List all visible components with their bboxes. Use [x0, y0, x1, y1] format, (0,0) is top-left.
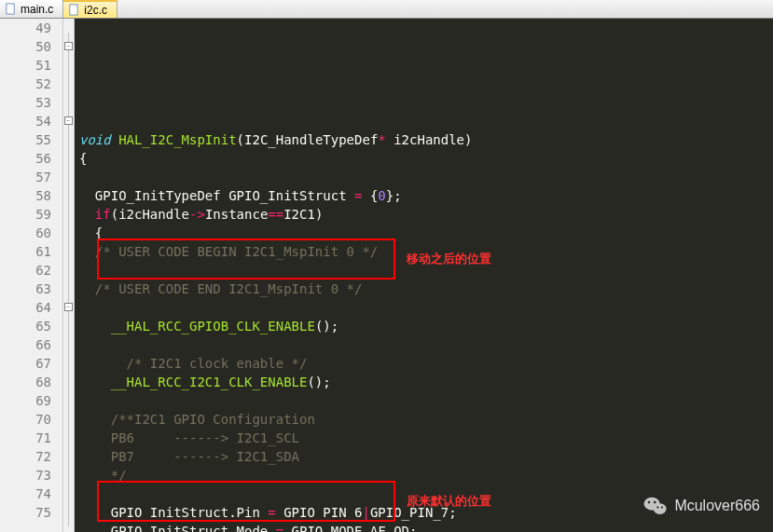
watermark-text: Mculover666 [674, 498, 760, 514]
line-number: 58 [0, 186, 51, 205]
line-number: 61 [0, 242, 51, 261]
svg-point-3 [648, 501, 651, 504]
code-line[interactable] [79, 168, 773, 186]
tab-bar: main.c i2c.c [0, 0, 773, 19]
line-number: 53 [0, 93, 51, 112]
code-line[interactable]: /**I2C1 GPIO Configuration [79, 410, 773, 429]
line-number: 57 [0, 168, 51, 186]
wechat-icon [642, 493, 669, 519]
code-line[interactable]: /* USER CODE END I2C1_MspInit 0 */ [79, 280, 773, 298]
code-line[interactable]: GPIO_InitStruct.Mode = GPIO_MODE_AF_OD; [79, 522, 773, 532]
line-number: 63 [0, 280, 51, 298]
tab-main-c[interactable]: main.c [0, 0, 63, 18]
svg-point-4 [654, 501, 656, 504]
code-editor[interactable]: 4950515253545556575859606162636465666768… [0, 19, 773, 532]
line-number: 54 [0, 112, 51, 130]
line-number: 55 [0, 130, 51, 149]
code-line[interactable]: __HAL_RCC_GPIOB_CLK_ENABLE(); [79, 317, 773, 335]
line-number: 68 [0, 373, 51, 391]
line-number: 69 [0, 391, 51, 410]
code-line[interactable]: { [79, 224, 773, 242]
line-number: 73 [0, 466, 51, 484]
line-number: 65 [0, 317, 51, 335]
file-icon [4, 3, 17, 16]
line-number: 52 [0, 75, 51, 93]
line-number: 51 [0, 56, 51, 75]
code-line[interactable]: PB7 ------> I2C1_SDA [79, 447, 773, 466]
line-number: 64 [0, 298, 51, 317]
code-line[interactable]: PB6 ------> I2C1_SCL [79, 429, 773, 447]
code-line[interactable]: */ [79, 466, 773, 484]
tab-label: main.c [21, 3, 53, 16]
line-number: 71 [0, 429, 51, 447]
code-line[interactable]: __HAL_RCC_I2C1_CLK_ENABLE(); [79, 373, 773, 391]
svg-point-7 [661, 506, 663, 508]
line-number: 75 [0, 503, 51, 522]
line-number: 60 [0, 224, 51, 242]
line-number: 56 [0, 149, 51, 168]
code-line[interactable]: { [79, 149, 773, 168]
fold-toggle[interactable]: − [64, 42, 73, 50]
code-line[interactable] [79, 298, 773, 317]
code-line[interactable]: /* I2C1 clock enable */ [79, 354, 773, 373]
code-line[interactable]: if(i2cHandle->Instance==I2C1) [79, 205, 773, 224]
line-number: 59 [0, 205, 51, 224]
line-number: 66 [0, 335, 51, 354]
fold-toggle[interactable]: − [64, 303, 73, 311]
tab-i2c-c[interactable]: i2c.c [63, 0, 117, 18]
code-area[interactable]: 移动之后的位置 原来默认的位置 void HAL_I2C_MspInit(I2C… [75, 19, 773, 532]
annotation-moved: 移动之后的位置 [407, 250, 491, 268]
svg-point-5 [654, 503, 667, 514]
line-number-gutter: 4950515253545556575859606162636465666768… [0, 19, 63, 532]
line-number: 67 [0, 354, 51, 373]
code-line[interactable] [79, 391, 773, 410]
line-number: 50 [0, 37, 51, 56]
watermark: Mculover666 [642, 493, 760, 519]
fold-margin[interactable]: −−− [63, 19, 75, 532]
annotation-original: 原来默认的位置 [407, 492, 491, 511]
tab-label: i2c.c [84, 4, 107, 17]
code-line[interactable] [79, 335, 773, 354]
line-number: 72 [0, 447, 51, 466]
line-number: 74 [0, 484, 51, 503]
fold-toggle[interactable]: − [64, 116, 73, 125]
svg-point-6 [657, 506, 659, 508]
code-line[interactable]: void HAL_I2C_MspInit(I2C_HandleTypeDef* … [79, 130, 773, 149]
line-number: 62 [0, 261, 51, 280]
file-icon [67, 4, 80, 17]
code-line[interactable]: GPIO_InitTypeDef GPIO_InitStruct = {0}; [79, 186, 773, 205]
line-number: 49 [0, 19, 51, 37]
line-number: 70 [0, 410, 51, 429]
